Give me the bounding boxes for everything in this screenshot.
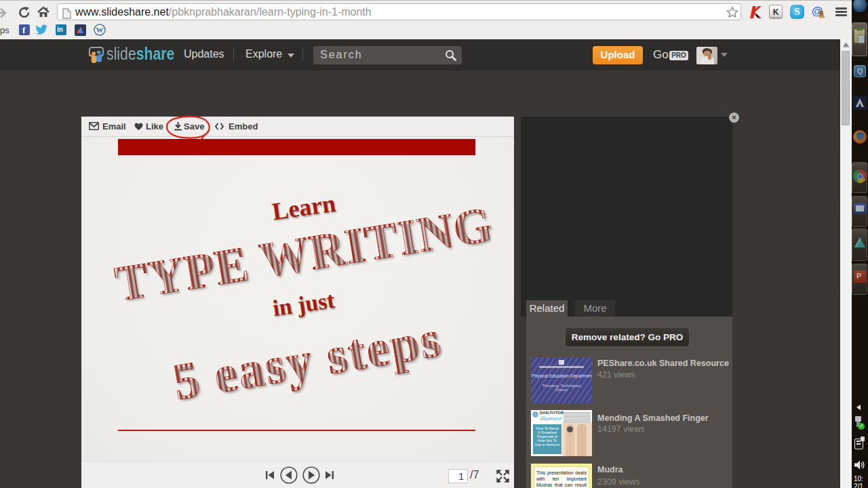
svg-text:W: W bbox=[96, 26, 104, 34]
